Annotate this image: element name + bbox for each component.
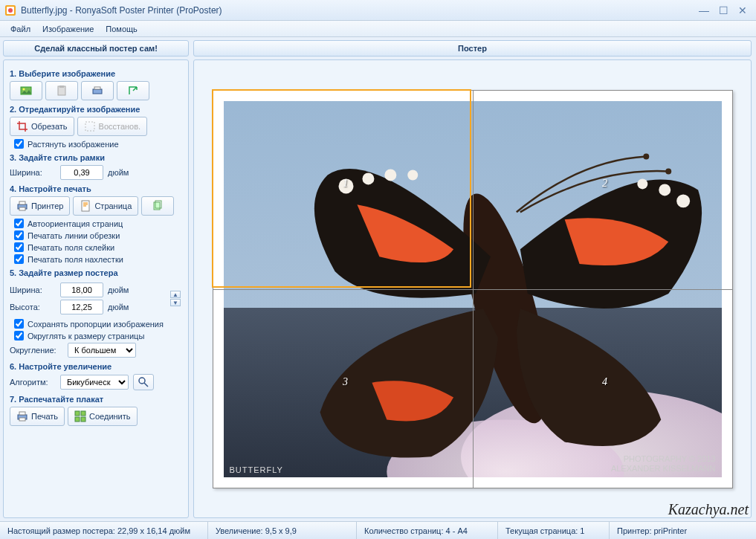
- acquire-button[interactable]: [117, 81, 149, 100]
- statusbar: Настоящий размер постера: 22,99 x 16,14 …: [0, 521, 756, 539]
- section-2-title: 2. Отредактируйте изображение: [10, 105, 182, 114]
- poster-width-input[interactable]: [60, 283, 103, 297]
- page-number-4: 4: [602, 376, 607, 388]
- restore-button[interactable]: Восстанов.: [77, 117, 148, 136]
- section-4-title: 4. Настройте печать: [10, 184, 182, 193]
- spinner-up-icon[interactable]: ▲: [170, 291, 181, 298]
- page-number-1: 1: [343, 178, 348, 190]
- arrow-out-icon: [127, 85, 139, 97]
- copy-settings-button[interactable]: [141, 196, 174, 216]
- menu-file[interactable]: Файл: [4, 23, 36, 35]
- svg-rect-6: [59, 85, 64, 88]
- menubar: Файл Изображение Помощь: [0, 21, 756, 37]
- status-current-page: Текущая страница: 1: [498, 522, 610, 539]
- svg-rect-8: [94, 87, 100, 89]
- section-6-title: 6. Настройте увеличение: [10, 362, 182, 371]
- scan-button[interactable]: [81, 81, 114, 100]
- print-overlap-checkbox[interactable]: Печатать поля нахлестки: [14, 254, 182, 264]
- svg-point-31: [384, 169, 396, 181]
- svg-point-34: [659, 184, 671, 196]
- join-icon: [74, 410, 86, 422]
- svg-rect-20: [19, 418, 25, 421]
- svg-point-37: [643, 153, 649, 159]
- printer-button[interactable]: Принтер: [10, 196, 70, 216]
- crop-button[interactable]: Обрезать: [10, 117, 74, 136]
- round-page-checkbox[interactable]: Округлять к размеру страницы: [14, 331, 182, 340]
- svg-rect-24: [81, 417, 85, 422]
- clipboard-icon: [56, 85, 68, 97]
- stretch-checkbox[interactable]: Растянуть изображение: [14, 139, 182, 149]
- svg-point-16: [139, 378, 145, 384]
- crop-icon: [16, 120, 28, 132]
- printer-icon: [16, 410, 28, 422]
- print-button[interactable]: Печать: [10, 407, 65, 426]
- frame-width-label: Ширина:: [10, 168, 56, 177]
- svg-point-2: [8, 8, 13, 13]
- app-icon: [4, 4, 16, 16]
- menu-image[interactable]: Изображение: [36, 23, 100, 35]
- svg-point-30: [362, 172, 374, 184]
- preview-zoom-button[interactable]: [133, 374, 154, 390]
- status-zoom: Увеличение: 9,5 x 9,9: [208, 522, 357, 539]
- minimize-button[interactable]: —: [695, 4, 713, 17]
- auto-orient-checkbox[interactable]: Автоориентация страниц: [14, 219, 182, 228]
- svg-point-36: [665, 168, 671, 174]
- keep-ratio-checkbox[interactable]: Сохранять пропорции изображения: [14, 319, 182, 329]
- print-glue-checkbox[interactable]: Печатать поля склейки: [14, 242, 182, 252]
- svg-rect-19: [19, 412, 25, 415]
- close-button[interactable]: ✕: [734, 4, 752, 17]
- maximize-button[interactable]: ☐: [714, 4, 732, 17]
- spinner-down-icon[interactable]: ▼: [170, 299, 181, 306]
- algorithm-select[interactable]: Бикубическ: [60, 375, 129, 390]
- image-credit: PHOTOGRAPHY © 2013ALEXANDER KISSELMANN: [611, 454, 716, 474]
- open-image-button[interactable]: [10, 81, 42, 100]
- svg-line-17: [144, 383, 148, 387]
- svg-point-35: [637, 178, 647, 189]
- scanner-icon: [91, 85, 103, 97]
- svg-point-4: [23, 88, 25, 91]
- image-icon: [20, 85, 32, 97]
- titlebar: Butterfly.jpg - RonyaSoft Poster Printer…: [0, 0, 756, 21]
- preview-header: Постер: [193, 40, 752, 57]
- rounding-label: Округление:: [10, 346, 63, 355]
- algorithm-label: Алгоритм:: [10, 378, 56, 387]
- svg-rect-21: [75, 411, 80, 416]
- rounding-select[interactable]: К большем: [68, 343, 136, 358]
- sidebar: Сделай классный постер сам! 1. Выберите …: [0, 37, 192, 521]
- magnifier-icon: [138, 376, 149, 388]
- poster-height-label: Высота:: [10, 303, 56, 312]
- grid-horizontal: [213, 289, 732, 290]
- section-5-title: 5. Задайте размер постера: [10, 268, 182, 277]
- svg-rect-23: [75, 417, 80, 422]
- svg-rect-9: [85, 122, 94, 131]
- poster-width-label: Ширина:: [10, 285, 56, 294]
- join-button[interactable]: Соединить: [68, 407, 138, 426]
- svg-rect-7: [93, 89, 102, 94]
- svg-rect-12: [19, 207, 25, 210]
- page-button[interactable]: Страница: [73, 196, 138, 216]
- print-cut-checkbox[interactable]: Печатать линии обрезки: [14, 230, 182, 240]
- page-number-2: 2: [602, 178, 607, 190]
- size-spinner[interactable]: ▲▼: [170, 284, 182, 314]
- frame-width-input[interactable]: [60, 165, 103, 180]
- section-3-title: 3. Задайте стиль рамки: [10, 153, 182, 162]
- poster-preview[interactable]: 1 2 3 4 BUTTERFLY PHOTOGRAPHY © 2013ALEX…: [213, 90, 733, 488]
- restore-icon: [84, 120, 96, 132]
- status-printer: Принтер: priPrinter: [610, 522, 756, 539]
- printer-icon: [16, 200, 28, 212]
- sidebar-header: Сделай классный постер сам!: [3, 40, 189, 57]
- svg-rect-11: [19, 201, 25, 204]
- section-7-title: 7. Распечатайте плакат: [10, 395, 182, 404]
- svg-point-32: [407, 170, 418, 180]
- status-page-count: Количество страниц: 4 - A4: [357, 522, 498, 539]
- paste-button[interactable]: [45, 81, 78, 100]
- status-real-size: Настоящий размер постера: 22,99 x 16,14 …: [0, 522, 208, 539]
- page-number-3: 3: [343, 376, 348, 388]
- copy-icon: [152, 200, 164, 212]
- preview-area: Постер: [192, 37, 756, 521]
- poster-height-input[interactable]: [60, 300, 103, 314]
- image-caption: BUTTERFLY: [230, 465, 283, 474]
- svg-point-33: [676, 194, 690, 207]
- menu-help[interactable]: Помощь: [100, 23, 143, 35]
- svg-rect-22: [81, 411, 85, 416]
